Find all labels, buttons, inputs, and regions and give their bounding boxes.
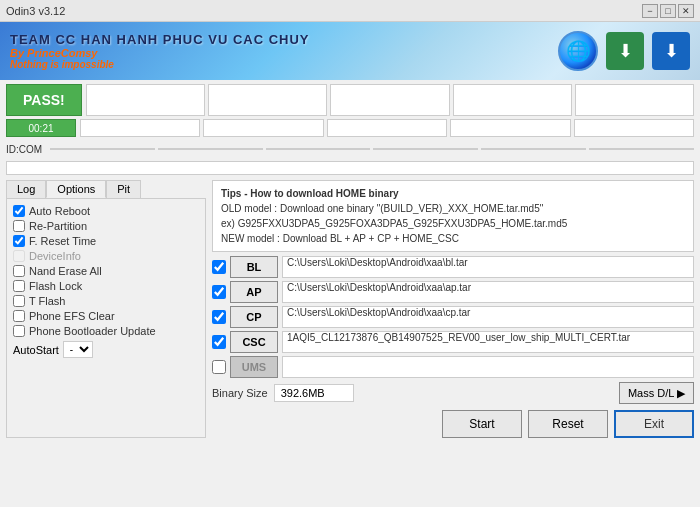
phone-efs-clear-checkbox[interactable]	[13, 310, 25, 322]
bl-path: C:\Users\Loki\Desktop\Android\xaa\bl.tar	[282, 256, 694, 278]
option-t-flash: T Flash	[13, 295, 199, 307]
ums-button: UMS	[230, 356, 278, 378]
nand-erase-all-checkbox[interactable]	[13, 265, 25, 277]
binary-value: 392.6MB	[274, 384, 354, 402]
tips-title: Tips - How to download HOME binary	[221, 186, 685, 201]
banner-title: TEAM CC HAN HANH PHUC VU CAC CHUY	[10, 32, 310, 47]
id-label: ID:COM	[6, 144, 46, 155]
option-flash-lock: Flash Lock	[13, 280, 199, 292]
ap-button[interactable]: AP	[230, 281, 278, 303]
main-content: PASS! 00:21 ID:COM	[0, 80, 700, 442]
ums-path	[282, 356, 694, 378]
id-cell-6	[589, 148, 694, 150]
reset-button[interactable]: Reset	[528, 410, 608, 438]
id-cell-2	[158, 148, 263, 150]
phone-efs-clear-label: Phone EFS Clear	[29, 310, 115, 322]
ums-checkbox[interactable]	[212, 360, 226, 374]
autostart-select[interactable]: -	[63, 341, 93, 358]
id-row: ID:COM	[6, 140, 694, 158]
autostart-label: AutoStart	[13, 344, 59, 356]
id-cells	[50, 148, 694, 150]
banner-icons: 🌐 ⬇ ⬇	[558, 31, 690, 71]
ap-checkbox[interactable]	[212, 285, 226, 299]
autostart-row: AutoStart -	[13, 341, 199, 358]
t-flash-checkbox[interactable]	[13, 295, 25, 307]
mass-dl-button[interactable]: Mass D/L ▶	[619, 382, 694, 404]
timer-row: 00:21	[6, 119, 694, 137]
re-partition-label: Re-Partition	[29, 220, 87, 232]
pass-indicator: PASS!	[6, 84, 82, 116]
left-panel: Log Options Pit Auto Reboot Re-Partition…	[6, 180, 206, 438]
timer-cell-5	[574, 119, 694, 137]
file-row-ums: UMS	[212, 356, 694, 378]
app-title: Odin3 v3.12	[6, 5, 65, 17]
minimize-button[interactable]: −	[642, 4, 658, 18]
status-cell-4	[453, 84, 572, 116]
auto-reboot-label: Auto Reboot	[29, 205, 90, 217]
cp-button[interactable]: CP	[230, 306, 278, 328]
option-nand-erase-all: Nand Erase All	[13, 265, 199, 277]
file-row-csc: CSC 1AQI5_CL12173876_QB14907525_REV00_us…	[212, 331, 694, 353]
title-bar: Odin3 v3.12 − □ ✕	[0, 0, 700, 22]
tips-line2: ex) G925FXXU3DPA5_G925FOXA3DPA5_G925FXXU…	[221, 216, 685, 231]
file-row-ap: AP C:\Users\Loki\Desktop\Android\xaa\ap.…	[212, 281, 694, 303]
binary-label: Binary Size	[212, 387, 268, 399]
tab-options[interactable]: Options	[46, 180, 106, 198]
banner-subtitle: By PrinceComsy	[10, 47, 310, 59]
file-rows: BL C:\Users\Loki\Desktop\Android\xaa\bl.…	[212, 256, 694, 378]
option-auto-reboot: Auto Reboot	[13, 205, 199, 217]
bl-checkbox[interactable]	[212, 260, 226, 274]
status-cell-5	[575, 84, 694, 116]
ap-path: C:\Users\Loki\Desktop\Android\xaa\ap.tar	[282, 281, 694, 303]
timer-cell-2	[203, 119, 323, 137]
start-button[interactable]: Start	[442, 410, 522, 438]
maximize-button[interactable]: □	[660, 4, 676, 18]
status-cell-1	[86, 84, 205, 116]
status-cells	[86, 84, 694, 116]
bl-button[interactable]: BL	[230, 256, 278, 278]
tab-bar: Log Options Pit	[6, 180, 206, 198]
exit-button[interactable]: Exit	[614, 410, 694, 438]
timer-cell-4	[450, 119, 570, 137]
f-reset-time-checkbox[interactable]	[13, 235, 25, 247]
device-info-checkbox	[13, 250, 25, 262]
status-cell-3	[330, 84, 449, 116]
banner: TEAM CC HAN HANH PHUC VU CAC CHUY By Pri…	[0, 22, 700, 80]
auto-reboot-checkbox[interactable]	[13, 205, 25, 217]
re-partition-checkbox[interactable]	[13, 220, 25, 232]
action-buttons: Start Reset Exit	[212, 410, 694, 438]
bottom-section: Log Options Pit Auto Reboot Re-Partition…	[6, 180, 694, 438]
tips-section: Tips - How to download HOME binary OLD m…	[212, 180, 694, 252]
f-reset-time-label: F. Reset Time	[29, 235, 96, 247]
option-device-info: DeviceInfo	[13, 250, 199, 262]
timer-cell-1	[80, 119, 200, 137]
tab-pit[interactable]: Pit	[106, 180, 141, 198]
csc-checkbox[interactable]	[212, 335, 226, 349]
timer-display: 00:21	[6, 119, 76, 137]
right-panel: Tips - How to download HOME binary OLD m…	[212, 180, 694, 438]
extra-row	[6, 161, 694, 175]
file-row-bl: BL C:\Users\Loki\Desktop\Android\xaa\bl.…	[212, 256, 694, 278]
id-cell-4	[373, 148, 478, 150]
window-controls: − □ ✕	[642, 4, 694, 18]
nand-erase-all-label: Nand Erase All	[29, 265, 102, 277]
banner-text: TEAM CC HAN HANH PHUC VU CAC CHUY By Pri…	[10, 32, 310, 70]
timer-cell-3	[327, 119, 447, 137]
option-phone-bootloader-update: Phone Bootloader Update	[13, 325, 199, 337]
file-row-cp: CP C:\Users\Loki\Desktop\Android\xaa\cp.…	[212, 306, 694, 328]
close-button[interactable]: ✕	[678, 4, 694, 18]
download-icon-2: ⬇	[652, 32, 690, 70]
phone-bootloader-update-checkbox[interactable]	[13, 325, 25, 337]
flash-lock-label: Flash Lock	[29, 280, 82, 292]
globe-icon: 🌐	[558, 31, 598, 71]
cp-checkbox[interactable]	[212, 310, 226, 324]
timer-cells	[80, 119, 694, 137]
option-phone-efs-clear: Phone EFS Clear	[13, 310, 199, 322]
csc-button[interactable]: CSC	[230, 331, 278, 353]
binary-row: Binary Size 392.6MB Mass D/L ▶	[212, 382, 694, 404]
id-cell-5	[481, 148, 586, 150]
phone-bootloader-update-label: Phone Bootloader Update	[29, 325, 156, 337]
id-cell-3	[266, 148, 371, 150]
flash-lock-checkbox[interactable]	[13, 280, 25, 292]
tab-log[interactable]: Log	[6, 180, 46, 198]
